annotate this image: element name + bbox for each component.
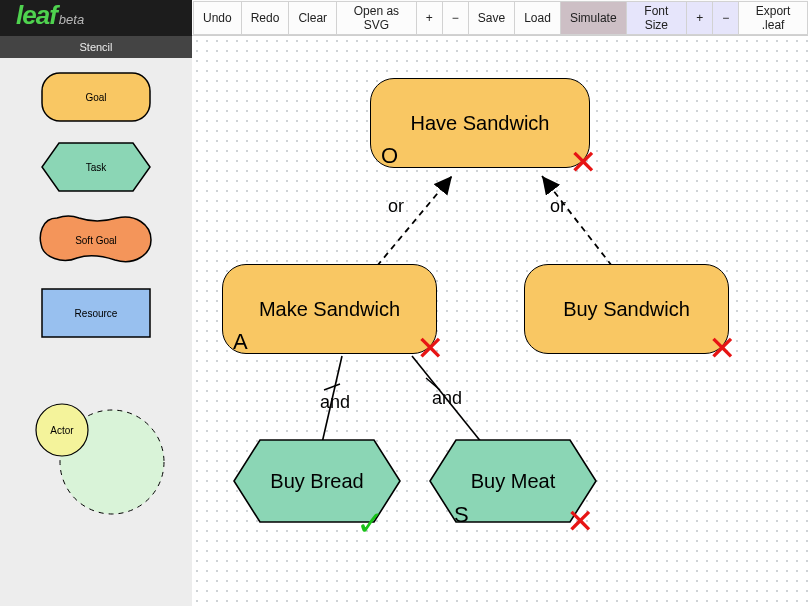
zoom-in-button[interactable]: + <box>416 1 443 35</box>
status-fail-icon: ✕ <box>566 504 594 538</box>
simulate-button[interactable]: Simulate <box>560 1 627 35</box>
node-annotation-S: S <box>454 502 469 528</box>
zoom-out-button[interactable]: − <box>442 1 469 35</box>
task-shape-icon: Task <box>41 142 151 192</box>
svg-line-11 <box>542 176 612 266</box>
edge-label-or-left: or <box>388 196 404 217</box>
node-have-sandwich[interactable]: Have Sandwich O ✕ <box>370 78 590 168</box>
node-buy-bread[interactable]: Buy Bread ✓ <box>232 438 402 524</box>
redo-button[interactable]: Redo <box>241 1 290 35</box>
save-button[interactable]: Save <box>468 1 515 35</box>
softgoal-shape-icon: Soft Goal <box>37 212 155 268</box>
resource-shape-icon: Resource <box>41 288 151 338</box>
open-svg-button[interactable]: Open as SVG <box>336 1 417 35</box>
node-label: Have Sandwich <box>411 112 550 135</box>
node-annotation-O: O <box>381 143 398 169</box>
svg-text:Buy Bread: Buy Bread <box>270 470 363 492</box>
svg-text:Resource: Resource <box>75 308 118 319</box>
toolbar: Undo Redo Clear Open as SVG + − Save Loa… <box>192 0 808 36</box>
sidebar-title-bar: Stencil <box>0 36 192 58</box>
status-fail-icon: ✕ <box>569 145 597 179</box>
node-label: Make Sandwich <box>259 298 400 321</box>
diagram-canvas[interactable]: or or and and Have Sandwich O ✕ Make San… <box>192 36 808 606</box>
node-make-sandwich[interactable]: Make Sandwich A ✕ <box>222 264 437 354</box>
font-size-button[interactable]: Font Size <box>626 1 688 35</box>
svg-text:Buy Meat: Buy Meat <box>471 470 556 492</box>
svg-text:Actor: Actor <box>50 425 74 436</box>
svg-text:Goal: Goal <box>85 92 106 103</box>
node-label: Buy Sandwich <box>563 298 690 321</box>
logo-bar: leaf beta <box>0 0 192 36</box>
clear-button[interactable]: Clear <box>288 1 337 35</box>
stencil-task[interactable]: Task <box>41 142 151 192</box>
svg-text:Soft Goal: Soft Goal <box>75 235 117 246</box>
node-annotation-A: A <box>233 329 248 355</box>
app-logo-text: leaf <box>16 0 57 31</box>
undo-button[interactable]: Undo <box>193 1 242 35</box>
load-button[interactable]: Load <box>514 1 561 35</box>
node-buy-sandwich[interactable]: Buy Sandwich ✕ <box>524 264 729 354</box>
export-leaf-button[interactable]: Export .leaf <box>738 1 808 35</box>
actor-shape-icon: Actor <box>26 398 166 518</box>
stencil-palette: Goal Task Soft Goal <box>0 58 192 518</box>
stencil-actor[interactable]: Actor <box>26 398 166 518</box>
edge-label-and-left: and <box>320 392 350 413</box>
font-dec-button[interactable]: − <box>712 1 739 35</box>
status-ok-icon: ✓ <box>356 506 384 540</box>
edge-label-and-right: and <box>432 388 462 409</box>
edge-label-or-right: or <box>550 196 566 217</box>
status-fail-icon: ✕ <box>708 331 736 365</box>
stencil-goal[interactable]: Goal <box>41 72 151 122</box>
svg-line-13 <box>324 384 340 390</box>
node-buy-meat[interactable]: Buy Meat S ✕ <box>428 438 598 524</box>
svg-line-10 <box>377 176 452 266</box>
stencil-resource[interactable]: Resource <box>41 288 151 338</box>
font-inc-button[interactable]: + <box>686 1 713 35</box>
stencil-soft-goal[interactable]: Soft Goal <box>37 212 155 268</box>
app-logo-suffix: beta <box>59 12 84 27</box>
status-fail-icon: ✕ <box>416 331 444 365</box>
goal-shape-icon: Goal <box>41 72 151 122</box>
sidebar: Stencil Goal Task Soft <box>0 36 192 606</box>
sidebar-title: Stencil <box>79 41 112 53</box>
svg-text:Task: Task <box>86 162 108 173</box>
